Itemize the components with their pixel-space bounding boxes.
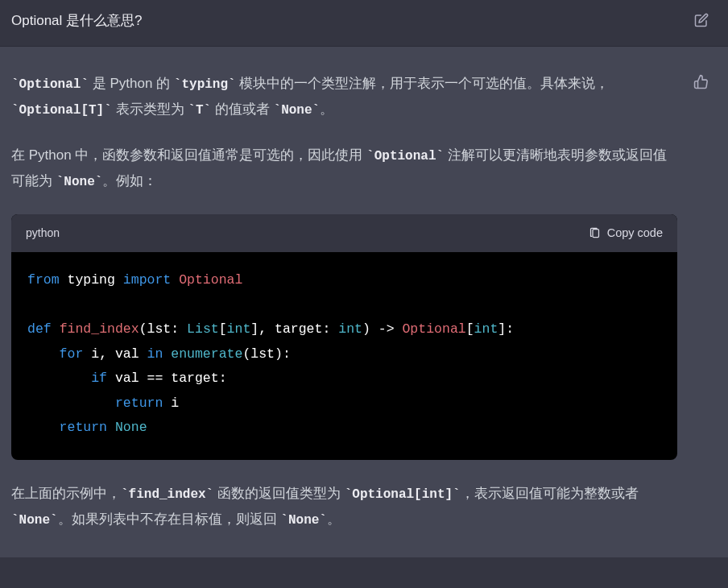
inline-code: `None`: [11, 513, 58, 528]
inline-code: `None`: [274, 103, 321, 118]
code-block-header: python Copy code: [11, 214, 677, 253]
inline-code: `None`: [56, 175, 103, 189]
paragraph-3: 在上面的示例中，`find_index` 函数的返回值类型为 `Optional…: [11, 481, 677, 533]
svg-rect-0: [593, 229, 599, 237]
user-question: Optional 是什么意思?: [11, 11, 143, 30]
paragraph-1: `Optional` 是 Python 的 `typing` 模块中的一个类型注…: [11, 71, 677, 123]
assistant-content: `Optional` 是 Python 的 `typing` 模块中的一个类型注…: [11, 71, 677, 533]
user-message: Optional 是什么意思?: [0, 0, 728, 47]
code-language-label: python: [26, 222, 60, 244]
inline-code: `None`: [280, 513, 327, 528]
inline-code: `typing`: [174, 77, 236, 92]
edit-icon[interactable]: [694, 11, 709, 27]
inline-code: `Optional[int]`: [345, 487, 461, 502]
inline-code: `T`: [188, 103, 211, 118]
assistant-message: `Optional` 是 Python 的 `typing` 模块中的一个类型注…: [0, 47, 728, 557]
paragraph-2: 在 Python 中，函数参数和返回值通常是可选的，因此使用 `Optional…: [11, 143, 677, 195]
clipboard-icon: [589, 227, 601, 239]
inline-code: `Optional`: [366, 149, 444, 164]
copy-code-label: Copy code: [607, 222, 663, 245]
copy-code-button[interactable]: Copy code: [589, 222, 663, 245]
thumbs-up-icon[interactable]: [693, 71, 709, 89]
code-block: python Copy code from typing import Opti…: [11, 214, 677, 460]
inline-code: `Optional[T]`: [11, 103, 112, 118]
code-block-body: from typing import Optional def find_ind…: [11, 252, 677, 460]
inline-code: `Optional`: [11, 77, 89, 92]
inline-code: `find_index`: [121, 487, 213, 502]
